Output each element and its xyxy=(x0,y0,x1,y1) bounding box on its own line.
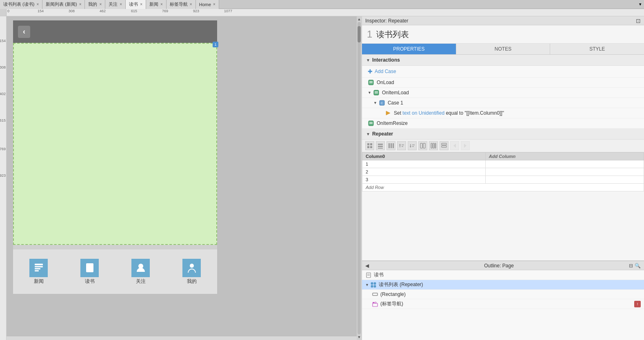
repeater-section-header[interactable]: ▼ Repeater xyxy=(362,129,644,140)
svg-rect-6 xyxy=(87,267,92,267)
table-row-3[interactable]: 3 xyxy=(362,176,644,184)
svg-rect-23 xyxy=(370,143,372,145)
tab-xinwenlietiao[interactable]: 新闻列表 (新闻) × xyxy=(42,0,85,9)
outline-item-rectangle[interactable]: (Rectangle) xyxy=(362,290,644,299)
tab-xinwen[interactable]: 新闻 × xyxy=(146,0,167,9)
col-btn-2[interactable] xyxy=(429,141,438,150)
interaction-onitemload[interactable]: ▼ OnItemLoad xyxy=(362,88,644,98)
interaction-onitemresize[interactable]: OnItemResize xyxy=(362,118,644,129)
outline-item-repeater[interactable]: ▼ 读书列表 (Repeater) xyxy=(362,280,644,290)
tab-home[interactable]: Home × xyxy=(196,0,219,9)
prev-page-btn[interactable] xyxy=(450,141,459,150)
set-action-highlight: text on Unidentified xyxy=(402,110,444,116)
outline-collapse-btn[interactable]: ◀ xyxy=(365,263,369,269)
cell-0-0[interactable]: 1 xyxy=(362,160,486,168)
close-icon[interactable]: × xyxy=(99,2,102,7)
nav-item-book[interactable]: 读书 xyxy=(76,259,104,285)
interaction-set-action[interactable]: Set text on Unidentified equal to "[[Ite… xyxy=(362,108,644,118)
interaction-onload[interactable]: OnLoad xyxy=(362,78,644,88)
next-page-btn[interactable] xyxy=(461,141,470,150)
svg-rect-20 xyxy=(369,122,373,123)
search-icon[interactable]: 🔍 xyxy=(635,263,641,269)
table-row-1[interactable]: 1 xyxy=(362,160,644,168)
add-case-row[interactable]: ✚ Add Case xyxy=(362,66,644,78)
close-icon[interactable]: × xyxy=(36,2,39,7)
svg-rect-45 xyxy=(442,143,446,145)
svg-marker-37 xyxy=(410,146,411,148)
svg-marker-18 xyxy=(386,111,390,115)
close-icon[interactable]: × xyxy=(160,2,163,7)
scroll-up-arrow[interactable]: ▲ xyxy=(358,17,361,21)
collapse-arrow: ▼ xyxy=(366,58,370,62)
tab-wode[interactable]: 我的 × xyxy=(85,0,105,9)
svg-rect-28 xyxy=(378,148,383,149)
grid-btn-2[interactable] xyxy=(376,141,385,150)
canvas-scrollbar[interactable]: ▲ ▼ xyxy=(357,16,362,340)
tab-dushulietiao[interactable]: 读书列表 (读书) × xyxy=(0,0,42,9)
expand-arrow[interactable]: ▼ xyxy=(373,101,377,105)
rectangle-icon xyxy=(372,291,378,298)
svg-rect-57 xyxy=(373,303,378,307)
svg-rect-25 xyxy=(370,146,372,148)
svg-rect-24 xyxy=(367,146,369,148)
close-icon[interactable]: × xyxy=(213,2,215,7)
expand-button[interactable]: ⊡ xyxy=(636,18,641,24)
add-column-header[interactable]: Add Column xyxy=(485,153,644,160)
nav-label-news: 新闻 xyxy=(34,278,44,285)
close-icon[interactable]: × xyxy=(120,2,122,7)
repeater-content-area[interactable]: 1 xyxy=(13,43,217,245)
close-icon[interactable]: × xyxy=(79,2,82,7)
nav-label-follow: 关注 xyxy=(136,278,146,285)
scroll-thumb[interactable] xyxy=(358,26,361,42)
cell-2-0[interactable]: 3 xyxy=(362,176,486,184)
svg-rect-50 xyxy=(367,274,370,274)
outline-expand-arrow[interactable]: ▼ xyxy=(365,283,369,287)
tab-label: 我的 xyxy=(88,1,97,7)
nav-item-news[interactable]: 新闻 xyxy=(24,259,53,285)
tab-dushu[interactable]: 读书 × xyxy=(126,0,146,9)
svg-rect-2 xyxy=(35,268,40,269)
add-case-link[interactable]: Add Case xyxy=(375,69,396,74)
cell-1-0[interactable]: 2 xyxy=(362,168,486,176)
table-row-2[interactable]: 2 xyxy=(362,168,644,176)
add-row[interactable]: Add Row xyxy=(362,184,644,191)
tab-overflow-btn[interactable]: ▾ xyxy=(637,2,644,7)
inspector-content: ▼ Interactions ✚ Add Case OnLoad ▼ xyxy=(362,55,644,260)
grid-btn-3[interactable] xyxy=(386,141,395,150)
interactions-section-header[interactable]: ▼ Interactions xyxy=(362,55,644,66)
sort-asc-btn[interactable] xyxy=(397,141,406,150)
inspector-tabs: PROPERTIES NOTES STYLE xyxy=(362,44,644,55)
sort-desc-btn[interactable] xyxy=(408,141,417,150)
svg-rect-1 xyxy=(35,266,43,267)
tab-style[interactable]: STYLE xyxy=(550,44,644,54)
h-scrollbar[interactable] xyxy=(7,336,357,340)
interaction-case1[interactable]: ▼ C Case 1 xyxy=(362,98,644,108)
inspector-header: Inspector: Repeater ⊡ xyxy=(362,16,644,25)
column-header-0[interactable]: Column0 xyxy=(362,153,486,160)
add-row-cell[interactable]: Add Row xyxy=(362,184,644,191)
tab-biaoqiandaohang[interactable]: 标签导航 × xyxy=(167,0,196,9)
grid-btn-1[interactable] xyxy=(365,141,374,150)
close-icon[interactable]: × xyxy=(140,2,142,7)
scroll-down-arrow[interactable]: ▼ xyxy=(358,335,361,339)
close-icon[interactable]: × xyxy=(190,2,192,7)
inspector-title: Inspector: Repeater xyxy=(365,18,408,24)
outline-item-page[interactable]: 读书 xyxy=(362,270,644,280)
filter-icon[interactable]: ⊟ xyxy=(629,263,633,269)
tabwidget-icon xyxy=(372,301,378,307)
col-btn-1[interactable] xyxy=(418,141,427,150)
tab-notes[interactable]: NOTES xyxy=(456,44,551,54)
expand-arrow[interactable]: ▼ xyxy=(368,91,371,95)
outline-item-tabwidget[interactable]: (标签导航) ! xyxy=(362,299,644,309)
svg-marker-48 xyxy=(464,144,466,148)
separator xyxy=(13,245,217,249)
tab-properties[interactable]: PROPERTIES xyxy=(362,44,456,54)
nav-item-follow[interactable]: 关注 xyxy=(127,259,155,285)
back-button[interactable]: ‹ xyxy=(18,26,30,38)
ruler-tick-154: 154 xyxy=(38,9,44,13)
svg-text:C: C xyxy=(381,101,383,105)
tab-label: 标签导航 xyxy=(170,1,188,7)
nav-item-my[interactable]: 我的 xyxy=(178,259,206,285)
tab-guanzhu[interactable]: 关注 × xyxy=(105,0,126,9)
col-btn-3[interactable] xyxy=(440,141,449,150)
